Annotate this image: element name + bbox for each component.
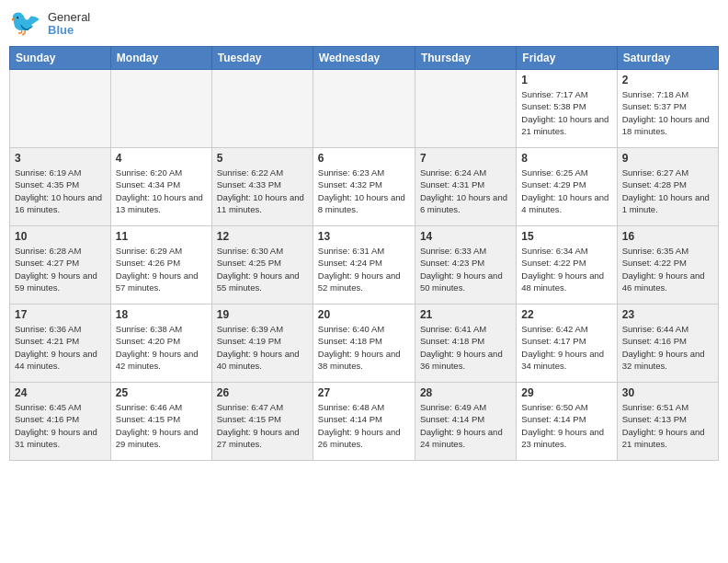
day-number: 30 (622, 386, 713, 399)
day-info: Sunrise: 6:28 AMSunset: 4:27 PMDaylight:… (15, 245, 106, 293)
day-info: Sunrise: 6:50 AMSunset: 4:14 PMDaylight:… (521, 401, 611, 450)
calendar-cell: 3Sunrise: 6:19 AMSunset: 4:35 PMDaylight… (10, 148, 111, 226)
day-number: 13 (318, 230, 410, 243)
calendar-cell (211, 70, 313, 148)
calendar-cell: 2Sunrise: 7:18 AMSunset: 5:37 PMDaylight… (617, 70, 718, 148)
calendar-cell: 23Sunrise: 6:44 AMSunset: 4:16 PMDayligh… (617, 304, 718, 383)
day-number: 17 (15, 308, 106, 321)
day-number: 24 (15, 386, 106, 399)
col-thursday: Thursday (415, 47, 516, 70)
logo: 🐦 General Blue (9, 9, 90, 39)
day-number: 14 (420, 230, 511, 243)
page: 🐦 General Blue Sunday Monday Tuesday Wed… (0, 0, 728, 470)
col-wednesday: Wednesday (313, 47, 415, 70)
calendar-cell: 6Sunrise: 6:23 AMSunset: 4:32 PMDaylight… (313, 148, 415, 226)
day-number: 21 (420, 308, 511, 321)
col-tuesday: Tuesday (211, 47, 313, 70)
calendar-cell: 19Sunrise: 6:39 AMSunset: 4:19 PMDayligh… (211, 304, 313, 383)
day-info: Sunrise: 6:48 AMSunset: 4:14 PMDaylight:… (318, 401, 410, 450)
day-info: Sunrise: 6:23 AMSunset: 4:32 PMDaylight:… (318, 167, 410, 215)
calendar-cell: 15Sunrise: 6:34 AMSunset: 4:22 PMDayligh… (517, 226, 617, 304)
calendar-cell: 21Sunrise: 6:41 AMSunset: 4:18 PMDayligh… (415, 304, 516, 383)
day-info: Sunrise: 6:25 AMSunset: 4:29 PMDaylight:… (521, 167, 611, 215)
calendar-cell (110, 70, 211, 148)
calendar-cell: 25Sunrise: 6:46 AMSunset: 4:15 PMDayligh… (110, 383, 211, 461)
day-number: 11 (116, 230, 207, 243)
header: 🐦 General Blue (9, 9, 719, 39)
calendar-cell: 18Sunrise: 6:38 AMSunset: 4:20 PMDayligh… (110, 304, 211, 383)
day-info: Sunrise: 6:36 AMSunset: 4:21 PMDaylight:… (15, 323, 106, 372)
day-number: 1 (521, 74, 611, 86)
day-info: Sunrise: 6:35 AMSunset: 4:22 PMDaylight:… (622, 245, 713, 293)
day-info: Sunrise: 7:18 AMSunset: 5:37 PMDaylight:… (622, 88, 713, 137)
calendar-cell: 9Sunrise: 6:27 AMSunset: 4:28 PMDaylight… (617, 148, 718, 226)
calendar-cell: 4Sunrise: 6:20 AMSunset: 4:34 PMDaylight… (110, 148, 211, 226)
calendar-cell (313, 70, 415, 148)
day-info: Sunrise: 6:33 AMSunset: 4:23 PMDaylight:… (420, 245, 511, 293)
day-number: 10 (15, 230, 106, 243)
calendar-cell: 7Sunrise: 6:24 AMSunset: 4:31 PMDaylight… (415, 148, 516, 226)
calendar-cell: 8Sunrise: 6:25 AMSunset: 4:29 PMDaylight… (517, 148, 617, 226)
calendar-cell: 12Sunrise: 6:30 AMSunset: 4:25 PMDayligh… (211, 226, 313, 304)
svg-text:🐦: 🐦 (9, 9, 41, 38)
day-number: 20 (318, 308, 410, 321)
logo-general: General (48, 11, 90, 24)
day-number: 25 (116, 386, 207, 399)
calendar-cell: 22Sunrise: 6:42 AMSunset: 4:17 PMDayligh… (517, 304, 617, 383)
calendar-cell: 20Sunrise: 6:40 AMSunset: 4:18 PMDayligh… (313, 304, 415, 383)
day-number: 15 (521, 230, 611, 243)
logo-bird-icon: 🐦 (9, 9, 46, 39)
calendar-cell: 13Sunrise: 6:31 AMSunset: 4:24 PMDayligh… (313, 226, 415, 304)
day-number: 22 (521, 308, 611, 321)
calendar-cell: 17Sunrise: 6:36 AMSunset: 4:21 PMDayligh… (10, 304, 111, 383)
day-number: 29 (521, 386, 611, 399)
day-info: Sunrise: 6:30 AMSunset: 4:25 PMDaylight:… (217, 245, 308, 293)
day-info: Sunrise: 6:24 AMSunset: 4:31 PMDaylight:… (420, 167, 511, 215)
logo-blue: Blue (48, 24, 90, 37)
day-number: 26 (217, 386, 308, 399)
day-number: 18 (116, 308, 207, 321)
day-number: 9 (622, 152, 713, 165)
col-friday: Friday (517, 47, 617, 70)
day-info: Sunrise: 6:19 AMSunset: 4:35 PMDaylight:… (15, 167, 106, 215)
calendar-cell: 29Sunrise: 6:50 AMSunset: 4:14 PMDayligh… (517, 383, 617, 461)
day-number: 27 (318, 386, 410, 399)
calendar-cell: 5Sunrise: 6:22 AMSunset: 4:33 PMDaylight… (211, 148, 313, 226)
day-number: 6 (318, 152, 410, 165)
calendar-cell: 27Sunrise: 6:48 AMSunset: 4:14 PMDayligh… (313, 383, 415, 461)
calendar-cell: 30Sunrise: 6:51 AMSunset: 4:13 PMDayligh… (617, 383, 718, 461)
day-info: Sunrise: 7:17 AMSunset: 5:38 PMDaylight:… (521, 88, 611, 137)
day-number: 16 (622, 230, 713, 243)
calendar-cell: 16Sunrise: 6:35 AMSunset: 4:22 PMDayligh… (617, 226, 718, 304)
day-info: Sunrise: 6:20 AMSunset: 4:34 PMDaylight:… (116, 167, 207, 215)
calendar-table: Sunday Monday Tuesday Wednesday Thursday… (9, 46, 719, 461)
day-info: Sunrise: 6:49 AMSunset: 4:14 PMDaylight:… (420, 401, 511, 450)
calendar-cell: 28Sunrise: 6:49 AMSunset: 4:14 PMDayligh… (415, 383, 516, 461)
day-number: 23 (622, 308, 713, 321)
calendar-cell: 14Sunrise: 6:33 AMSunset: 4:23 PMDayligh… (415, 226, 516, 304)
day-number: 3 (15, 152, 106, 165)
day-info: Sunrise: 6:29 AMSunset: 4:26 PMDaylight:… (116, 245, 207, 293)
day-info: Sunrise: 6:46 AMSunset: 4:15 PMDaylight:… (116, 401, 207, 450)
day-info: Sunrise: 6:22 AMSunset: 4:33 PMDaylight:… (217, 167, 308, 215)
col-monday: Monday (110, 47, 211, 70)
day-number: 5 (217, 152, 308, 165)
day-info: Sunrise: 6:27 AMSunset: 4:28 PMDaylight:… (622, 167, 713, 215)
calendar-cell: 11Sunrise: 6:29 AMSunset: 4:26 PMDayligh… (110, 226, 211, 304)
col-saturday: Saturday (617, 47, 718, 70)
day-info: Sunrise: 6:39 AMSunset: 4:19 PMDaylight:… (217, 323, 308, 372)
day-info: Sunrise: 6:47 AMSunset: 4:15 PMDaylight:… (217, 401, 308, 450)
calendar-cell (10, 70, 111, 148)
day-number: 4 (116, 152, 207, 165)
day-number: 28 (420, 386, 511, 399)
calendar-body: 1Sunrise: 7:17 AMSunset: 5:38 PMDaylight… (10, 70, 719, 461)
day-info: Sunrise: 6:42 AMSunset: 4:17 PMDaylight:… (521, 323, 611, 372)
day-info: Sunrise: 6:45 AMSunset: 4:16 PMDaylight:… (15, 401, 106, 450)
day-number: 7 (420, 152, 511, 165)
calendar-header: Sunday Monday Tuesday Wednesday Thursday… (10, 47, 719, 70)
calendar-cell (415, 70, 516, 148)
day-number: 12 (217, 230, 308, 243)
day-info: Sunrise: 6:41 AMSunset: 4:18 PMDaylight:… (420, 323, 511, 372)
day-info: Sunrise: 6:38 AMSunset: 4:20 PMDaylight:… (116, 323, 207, 372)
calendar-cell: 10Sunrise: 6:28 AMSunset: 4:27 PMDayligh… (10, 226, 111, 304)
